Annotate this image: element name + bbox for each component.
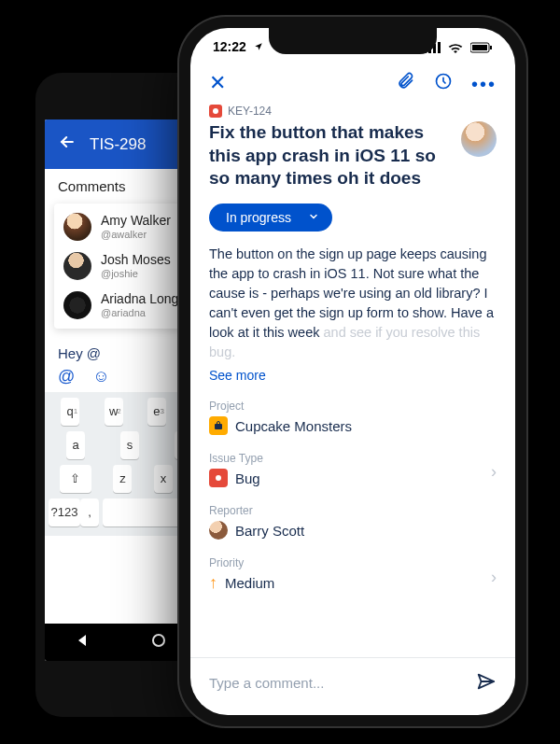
key-s[interactable]: s [120,431,139,459]
key-a[interactable]: a [66,431,85,459]
svg-point-0 [153,635,164,646]
svg-rect-10 [215,424,222,429]
chevron-right-icon: › [491,462,497,482]
send-icon[interactable] [476,671,497,695]
field-value-text: Bug [235,470,260,486]
svg-rect-5 [438,42,441,53]
close-icon[interactable]: ✕ [209,71,226,95]
key-e[interactable]: e3 [147,398,166,426]
field-value-text: Barry Scott [235,523,304,539]
bug-type-icon [209,105,222,118]
mention-handle: @ariadna [101,307,178,318]
issue-description: The button on the sign up page keeps cau… [209,245,497,362]
avatar [63,213,91,241]
field-label: Priority [209,556,497,569]
nav-back-icon[interactable] [75,632,91,653]
chevron-down-icon [308,210,319,225]
field-label: Project [209,400,497,413]
key-shift[interactable]: ⇧ [60,465,91,493]
status-dropdown[interactable]: In progress [209,204,332,232]
emoji-icon[interactable]: ☺ [92,367,109,386]
iphone-screen: 12:22 ✕ [190,28,515,715]
key-comma[interactable]: , [80,498,99,526]
more-icon[interactable]: ••• [471,74,497,94]
field-label: Issue Type [209,452,497,465]
key-numeric-switch[interactable]: ?123 [49,498,80,526]
field-label: Reporter [209,504,497,517]
field-project: Project Cupcake Monsters [209,400,497,435]
iphone-notch [269,28,437,54]
issue-topbar: ✕ ••• [190,65,515,105]
mention-name: Ariadna Long [101,292,178,306]
activity-icon[interactable] [434,77,456,93]
attachment-icon[interactable] [396,77,418,93]
wifi-icon [448,39,467,54]
bug-type-icon [209,469,228,487]
field-priority[interactable]: Priority ↑ Medium › [209,556,497,593]
status-time: 12:22 [213,39,246,54]
priority-medium-icon: ↑ [209,573,217,593]
svg-rect-8 [490,46,492,49]
battery-icon [470,39,493,54]
avatar [63,252,91,280]
field-issue-type[interactable]: Issue Type Bug › [209,452,497,487]
mention-handle: @joshie [101,268,171,279]
mention-name: Amy Walker [101,214,171,228]
field-value-text: Medium [225,575,274,591]
location-icon [254,39,263,54]
status-label: In progress [226,210,291,225]
issue-title: Fix the button that makes this app crash… [209,121,461,190]
mention-name: Josh Moses [101,253,171,267]
avatar [63,291,91,319]
key-w[interactable]: w2 [105,398,123,426]
mention-handle: @awalker [101,229,171,240]
issue-content: KEY-124 Fix the button that makes this a… [190,105,515,657]
mention-icon[interactable]: @ [58,367,75,386]
nav-home-icon[interactable] [151,633,166,652]
reporter-avatar [209,521,228,540]
project-icon [209,416,228,435]
svg-rect-7 [472,45,487,50]
see-more-link[interactable]: See more [209,368,497,383]
back-icon[interactable] [58,133,77,156]
key-q[interactable]: q1 [61,398,79,426]
iphone-frame: 12:22 ✕ [177,15,528,728]
key-x[interactable]: x [154,465,173,493]
chevron-right-icon: › [491,567,497,586]
field-value-text: Cupcake Monsters [235,418,352,434]
assignee-avatar[interactable] [461,121,497,157]
issue-key: KEY-124 [228,105,272,118]
android-issue-key: TIS-298 [90,135,146,154]
key-z[interactable]: z [113,465,132,493]
field-reporter: Reporter Barry Scott [209,504,497,540]
comment-input-bar[interactable]: Type a comment... [190,657,515,715]
comment-placeholder: Type a comment... [209,675,324,691]
